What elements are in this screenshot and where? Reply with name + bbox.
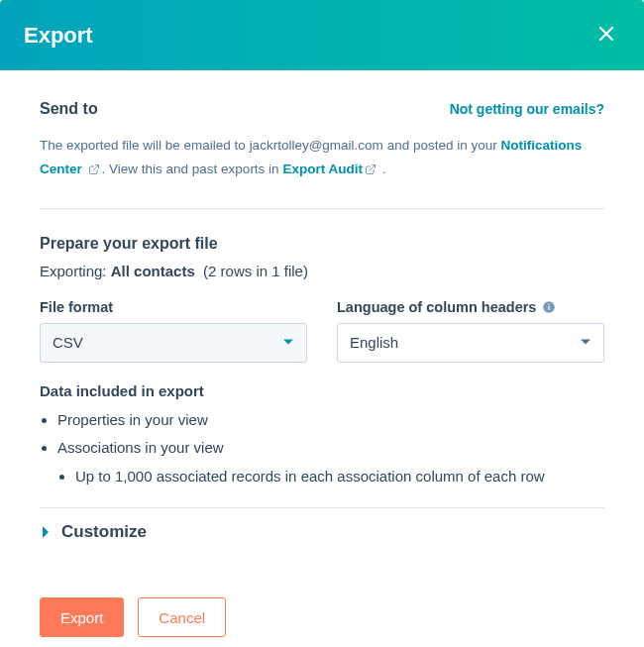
export-audit-link[interactable]: Export Audit [282, 162, 363, 176]
data-included-list: Properties in your view Associations in … [40, 409, 604, 488]
language-label: Language of column headers [337, 299, 604, 315]
svg-rect-5 [549, 305, 550, 309]
svg-line-2 [93, 165, 99, 171]
exporting-label: Exporting: [40, 263, 111, 279]
exporting-target: All contacts [111, 263, 195, 279]
modal-body: Send to Not getting our emails? The expo… [0, 70, 644, 647]
language-value: English [350, 334, 398, 351]
list-item: Associations in your view Up to 1,000 as… [57, 437, 604, 487]
desc-after-notifications: . View this and past exports in [102, 162, 283, 176]
send-to-row: Send to Not getting our emails? [40, 100, 604, 118]
file-format-field: File format CSV [40, 299, 307, 363]
info-icon[interactable] [542, 300, 556, 314]
language-select[interactable]: English [337, 323, 604, 363]
file-format-select[interactable]: CSV [40, 323, 307, 363]
divider [40, 208, 604, 209]
list-item: Properties in your view [57, 409, 604, 432]
prepare-title: Prepare your export file [40, 235, 604, 253]
external-link-icon [88, 160, 100, 183]
export-button[interactable]: Export [40, 597, 124, 637]
exporting-meta: (2 rows in 1 file) [203, 263, 308, 279]
file-format-label: File format [40, 299, 307, 315]
svg-rect-6 [549, 303, 550, 304]
not-getting-emails-link[interactable]: Not getting our emails? [450, 101, 604, 117]
modal-header: Export [0, 0, 644, 70]
desc-email: jackrtolley@gmail.com [250, 138, 383, 153]
caret-down-icon [282, 334, 294, 351]
file-format-value: CSV [53, 334, 83, 351]
svg-line-3 [370, 165, 376, 171]
customize-toggle[interactable]: Customize [40, 522, 604, 542]
form-row: File format CSV Language of column heade… [40, 299, 604, 363]
caret-down-icon [580, 334, 591, 351]
divider [40, 507, 604, 508]
exporting-row: Exporting: All contacts (2 rows in 1 fil… [40, 263, 604, 279]
close-button[interactable] [592, 20, 620, 51]
modal-title: Export [24, 23, 93, 49]
export-modal: Export Send to Not getting our emails? T… [0, 0, 644, 647]
actions-row: Export Cancel [40, 597, 604, 637]
send-description: The exported file will be emailed to jac… [40, 134, 604, 184]
desc-mid: and posted in your [383, 138, 501, 153]
list-subitem: Up to 1,000 associated records in each a… [75, 466, 604, 488]
list-item-text: Associations in your view [57, 439, 224, 456]
desc-suffix: . [382, 162, 386, 176]
close-icon [596, 24, 616, 47]
language-label-text: Language of column headers [337, 299, 536, 315]
desc-prefix: The exported file will be emailed to [40, 138, 250, 153]
language-field: Language of column headers English [337, 299, 604, 363]
external-link-icon [365, 160, 376, 183]
cancel-button[interactable]: Cancel [138, 597, 226, 637]
send-to-label: Send to [40, 100, 98, 118]
chevron-right-icon [40, 525, 52, 539]
customize-label: Customize [61, 522, 147, 542]
data-included-title: Data included in export [40, 382, 604, 399]
